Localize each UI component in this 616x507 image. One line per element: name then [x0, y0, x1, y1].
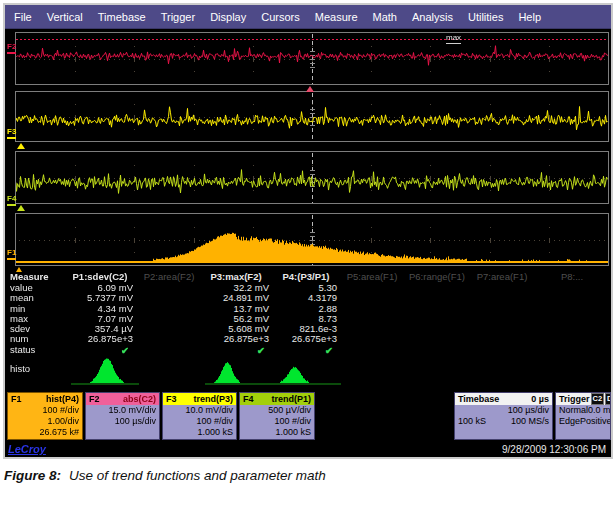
histo-sparkline-p3	[203, 357, 275, 387]
measure-column-p8: P8:...	[535, 271, 609, 283]
trace-label-f2: F2	[7, 43, 16, 54]
figure-caption-label: Figure 8:	[4, 468, 61, 483]
menu-item-cursors[interactable]: Cursors	[261, 11, 300, 23]
figure-caption-text: Use of trend functions and parameter mat…	[69, 468, 326, 483]
waveform-grid-f1	[15, 213, 609, 266]
menu-item-timebase[interactable]: Timebase	[98, 11, 146, 23]
measure-column-p7: P7:area(F1)	[471, 271, 533, 283]
menu-item-help[interactable]: Help	[518, 11, 541, 23]
menu-item-analysis[interactable]: Analysis	[412, 11, 453, 23]
descriptor-box-f3[interactable]: F3trend(P3) 10.0 mV/div 100 #/div 1.000 …	[162, 392, 237, 440]
menu-item-trigger[interactable]: Trigger	[161, 11, 195, 23]
measure-row-labels: Measure value mean min max sdev num stat…	[10, 271, 64, 355]
menu-item-display[interactable]: Display	[210, 11, 246, 23]
max-parameter-label: max	[446, 34, 461, 44]
histogram-f1-canvas	[16, 214, 608, 265]
timestamp: 9/28/2009 12:30:06 PM	[502, 444, 606, 455]
measure-column-p1: P1:sdev(C2) 6.09 mV 5.7377 mV 4.34 mV 7.…	[65, 271, 135, 356]
measure-header-p8[interactable]: P8:...	[535, 271, 609, 283]
f3-level-marker[interactable]	[17, 143, 25, 149]
menu-item-vertical[interactable]: Vertical	[47, 11, 83, 23]
measure-header-p7[interactable]: P7:area(F1)	[471, 271, 533, 283]
menu-item-math[interactable]: Math	[373, 11, 397, 23]
trace-label-f4: F4	[7, 195, 16, 206]
measure-column-p6: P6:range(F1)	[405, 271, 469, 283]
measure-row-label-histo: histo	[10, 363, 30, 374]
measure-column-p3: P3:max(F2) 32.2 mV 24.891 mV 13.7 mV 56.…	[201, 271, 271, 356]
menu-item-utilities[interactable]: Utilities	[468, 11, 503, 23]
measure-column-p2: P2:area(F2)	[139, 271, 199, 283]
waveform-f3-canvas	[16, 92, 608, 141]
status-check-p1: ✔	[65, 345, 135, 356]
descriptor-box-f1[interactable]: F1hist(P4) 100 #/div 1.00/div 26.675 k#	[7, 392, 83, 440]
oscilloscope-screen: File Vertical Timebase Trigger Display C…	[3, 3, 613, 459]
measure-column-p5: P5:area(F1)	[341, 271, 403, 283]
histo-sparkline-p4	[271, 357, 343, 387]
waveform-f4-canvas	[16, 152, 608, 203]
status-check-p4: ✔	[273, 345, 339, 356]
descriptor-box-f4[interactable]: F4trend(P1) 500 µV/div 100 #/div 1.000 k…	[239, 392, 315, 440]
measure-header-p5[interactable]: P5:area(F1)	[341, 271, 403, 283]
waveform-grid-f2: max	[15, 32, 609, 85]
waveform-grid-f3	[15, 91, 609, 142]
status-check-p3: ✔	[201, 345, 271, 356]
trigger-time-marker[interactable]	[306, 86, 314, 92]
measure-column-p4: P4:(P3/P1) 5.30 4.3179 2.88 8.73 821.6e-…	[273, 271, 339, 356]
trigger-coupling-badge: DC	[605, 393, 611, 405]
figure-caption: Figure 8:Use of trend functions and para…	[4, 468, 326, 483]
measure-header-p2[interactable]: P2:area(F2)	[139, 271, 199, 283]
timebase-box[interactable]: Timebase0 µs 100 µs/div 100 kS100 MS/s	[454, 392, 553, 440]
trigger-box[interactable]: TriggerC2DC Normal0.0 mV EdgePositive	[555, 392, 611, 440]
lecroy-logo[interactable]: LeCroy	[8, 443, 46, 455]
menu-item-measure[interactable]: Measure	[315, 11, 358, 23]
f4-level-marker[interactable]	[17, 205, 25, 211]
trace-label-f3: F3	[7, 128, 16, 139]
trace-label-f1: F1	[7, 249, 16, 260]
descriptor-box-f2[interactable]: F2abs(C2) 15.0 mV/div 100 µs/div	[85, 392, 160, 440]
waveform-grid-f4	[15, 151, 609, 204]
histo-sparkline-p1	[69, 357, 141, 387]
measure-header-p6[interactable]: P6:range(F1)	[405, 271, 469, 283]
waveform-f2-canvas	[16, 33, 608, 84]
menu-item-file[interactable]: File	[14, 11, 32, 23]
menu-bar: File Vertical Timebase Trigger Display C…	[5, 5, 611, 29]
trigger-source-badge: C2	[591, 393, 605, 405]
